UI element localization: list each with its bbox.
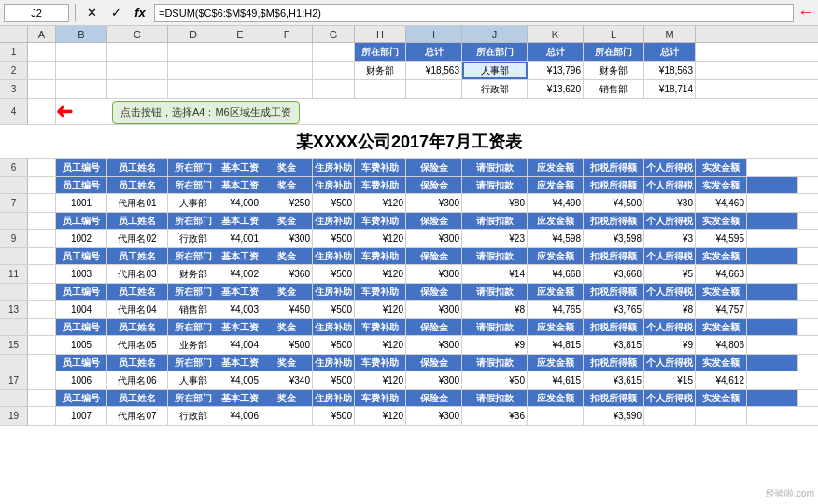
data-0-deduct[interactable]: ¥80: [462, 194, 528, 212]
data-1-tax_base[interactable]: ¥3,598: [584, 230, 644, 247]
cell-C3[interactable]: [107, 80, 168, 98]
data-0-car[interactable]: ¥120: [355, 194, 406, 212]
cell-L3[interactable]: 销售部: [584, 80, 644, 98]
data-2-house[interactable]: ¥500: [313, 265, 355, 283]
cell-F6[interactable]: 奖金: [261, 159, 313, 176]
col-header-F[interactable]: F: [261, 26, 313, 42]
data-0-dept[interactable]: 人事部: [168, 194, 219, 212]
confirm-button[interactable]: ✓: [106, 3, 126, 23]
cell-K1[interactable]: 总计: [528, 43, 584, 61]
data-4-tax_base[interactable]: ¥3,815: [584, 336, 644, 354]
cell-K2[interactable]: ¥13,796: [528, 62, 584, 79]
data-3-tax_base[interactable]: ¥3,765: [584, 301, 644, 318]
data-1-name[interactable]: 代用名02: [107, 230, 168, 247]
cell-G6[interactable]: 住房补助: [313, 159, 355, 176]
data-4-base[interactable]: ¥4,004: [219, 336, 261, 354]
data-5-name[interactable]: 代用名06: [107, 371, 168, 389]
cell-H6[interactable]: 车费补助: [355, 159, 406, 176]
data-5-car[interactable]: ¥120: [355, 371, 406, 389]
cell-E2[interactable]: [219, 62, 261, 79]
data-4-bonus[interactable]: ¥500: [261, 336, 313, 354]
col-header-B[interactable]: B: [56, 26, 107, 42]
cell-K3[interactable]: ¥13,620: [528, 80, 584, 98]
cell-B1[interactable]: [56, 43, 107, 61]
data-0-bonus[interactable]: ¥250: [261, 194, 313, 212]
cell-B6[interactable]: 员工编号: [56, 159, 107, 176]
data-6-tax[interactable]: [644, 407, 696, 425]
data-2-bonus[interactable]: ¥360: [261, 265, 313, 283]
data-6-id[interactable]: 1007: [56, 407, 107, 425]
cell-A6[interactable]: [28, 159, 56, 176]
cell-I1[interactable]: 总计: [406, 43, 462, 61]
cell-H2[interactable]: 财务部: [355, 62, 406, 79]
data-1-tax[interactable]: ¥3: [644, 230, 696, 247]
cell-C1[interactable]: [107, 43, 168, 61]
data-6-dept[interactable]: 行政部: [168, 407, 219, 425]
data-1-ins[interactable]: ¥300: [406, 230, 462, 247]
data-4-deduct[interactable]: ¥9: [462, 336, 528, 354]
data-3-gross[interactable]: ¥4,765: [528, 301, 584, 318]
col-header-G[interactable]: G: [313, 26, 355, 42]
cell-F1[interactable]: [261, 43, 313, 61]
data-6-bonus[interactable]: [261, 407, 313, 425]
data-2-tax_base[interactable]: ¥3,668: [584, 265, 644, 283]
cell-L2[interactable]: 财务部: [584, 62, 644, 79]
data-3-name[interactable]: 代用名04: [107, 301, 168, 318]
data-0-tax[interactable]: ¥30: [644, 194, 696, 212]
data-4-net[interactable]: ¥4,806: [696, 336, 747, 354]
data-2-dept[interactable]: 财务部: [168, 265, 219, 283]
data-3-net[interactable]: ¥4,757: [696, 301, 747, 318]
cell-G3[interactable]: [313, 80, 355, 98]
data-2-base[interactable]: ¥4,002: [219, 265, 261, 283]
col-header-C[interactable]: C: [107, 26, 168, 42]
data-2-net[interactable]: ¥4,663: [696, 265, 747, 283]
data-4-gross[interactable]: ¥4,815: [528, 336, 584, 354]
col-header-K[interactable]: K: [528, 26, 584, 42]
cell-reference-box[interactable]: [4, 4, 69, 22]
data-1-dept[interactable]: 行政部: [168, 230, 219, 247]
cell-C6[interactable]: 员工姓名: [107, 159, 168, 176]
data-3-house[interactable]: ¥500: [313, 301, 355, 318]
cell-M2[interactable]: ¥18,563: [644, 62, 696, 79]
col-header-J[interactable]: J: [462, 26, 528, 42]
cell-F3[interactable]: [261, 80, 313, 98]
cell-J3[interactable]: 行政部: [462, 80, 528, 98]
col-header-L[interactable]: L: [584, 26, 644, 42]
cell-M3[interactable]: ¥18,714: [644, 80, 696, 98]
cell-L1[interactable]: 所在部门: [584, 43, 644, 61]
data-3-ins[interactable]: ¥300: [406, 301, 462, 318]
cell-G2[interactable]: [313, 62, 355, 79]
data-6-tax_base[interactable]: ¥3,590: [584, 407, 644, 425]
data-3-dept[interactable]: 销售部: [168, 301, 219, 318]
data-3-id[interactable]: 1004: [56, 301, 107, 318]
cell-B3[interactable]: [56, 80, 107, 98]
data-5-dept[interactable]: 人事部: [168, 371, 219, 389]
data-0-id[interactable]: 1001: [56, 194, 107, 212]
cell-K6[interactable]: 应发金额: [528, 159, 584, 176]
data-5-deduct[interactable]: ¥50: [462, 371, 528, 389]
data-0-house[interactable]: ¥500: [313, 194, 355, 212]
data-4-house[interactable]: ¥500: [313, 336, 355, 354]
col-header-I[interactable]: I: [406, 26, 462, 42]
cell-H3[interactable]: [355, 80, 406, 98]
data-1-house[interactable]: ¥500: [313, 230, 355, 247]
data-4-dept[interactable]: 业务部: [168, 336, 219, 354]
cell-A4[interactable]: [28, 99, 56, 124]
cell-E3[interactable]: [219, 80, 261, 98]
data-3-deduct[interactable]: ¥8: [462, 301, 528, 318]
data-6-net[interactable]: [696, 407, 747, 425]
cell-D1[interactable]: [168, 43, 219, 61]
cell-I3[interactable]: [406, 80, 462, 98]
col-header-A[interactable]: A: [28, 26, 56, 42]
data-5-ins[interactable]: ¥300: [406, 371, 462, 389]
data-4-name[interactable]: 代用名05: [107, 336, 168, 354]
cell-H1[interactable]: 所在部门: [355, 43, 406, 61]
data-5-house[interactable]: ¥500: [313, 371, 355, 389]
cell-M1[interactable]: 总计: [644, 43, 696, 61]
data-3-tax[interactable]: ¥8: [644, 301, 696, 318]
data-0-net[interactable]: ¥4,460: [696, 194, 747, 212]
col-header-H[interactable]: H: [355, 26, 406, 42]
data-5-tax_base[interactable]: ¥3,615: [584, 371, 644, 389]
col-header-D[interactable]: D: [168, 26, 219, 42]
data-1-id[interactable]: 1002: [56, 230, 107, 247]
